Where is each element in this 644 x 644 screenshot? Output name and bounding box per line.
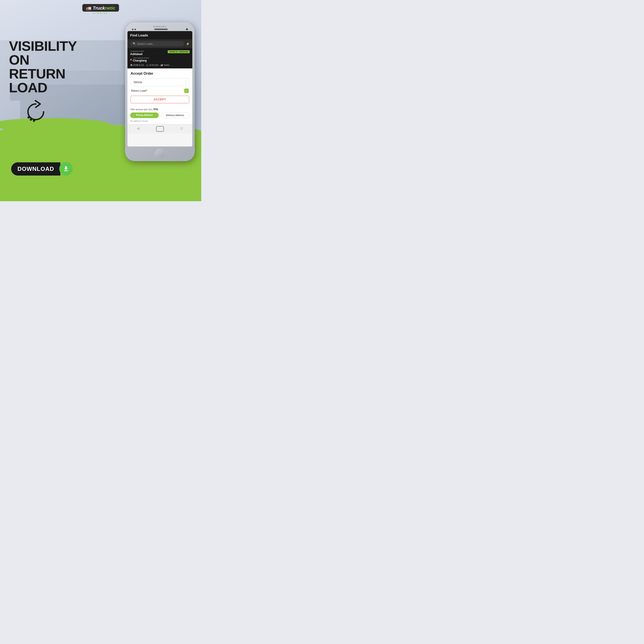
offer-text: Offer amount (per ton): ₹70/- [130,108,190,111]
phone-camera [186,28,188,30]
accept-button[interactable]: ACCEPT [131,96,189,103]
return-load-checkbox[interactable]: ✓ [184,89,189,93]
phone-top-bar [127,28,192,30]
loading-point-label: Loading Point [130,50,144,52]
return-load-icon [22,98,49,125]
phone-bottom-area: Offer amount (per ton): ₹70/- Pickup Add… [127,106,192,124]
vehicle-type-text: Tanker [163,64,169,66]
svg-point-2 [33,120,35,122]
logo-text: Trucknetic [93,6,115,11]
material-item: ⚙️ EDIBLE OIL [130,64,144,66]
phone-screen: Find Loads 🔍 Search Loads... ⚡ Loading P… [127,31,192,146]
unloading-point-section: Unloading Point Changlang [130,57,190,62]
tab-delivery-address[interactable]: Delivery Address [161,112,190,118]
filter-icon[interactable]: ⚡ [186,42,190,46]
app-title: Find Loads [130,33,148,37]
material-icon: ⚙️ [130,64,133,66]
download-button[interactable]: DOWNLOAD [11,162,73,176]
unloading-point-section-inner: Unloading Point Changlang [133,57,149,62]
recent-nav-button[interactable]: □ [178,126,185,131]
phone-outer-shell: SAMSUNG Find Loads 🔍 Search Loads... [125,22,195,161]
vehicle-label: Vehicle [133,81,142,84]
load-card-top: Loading Point Adilabad ORDER ID: ORDER36… [130,50,190,56]
camera-dot-2 [134,29,136,30]
loading-point-section: Loading Point Adilabad [130,50,144,56]
logo-netic-text: netic [105,6,115,11]
unloading-point-value: Changlang [133,59,149,62]
search-input[interactable]: 🔍 Search Loads... [130,41,184,46]
download-button-label[interactable]: DOWNLOAD [11,162,60,176]
phone-cameras [132,29,136,30]
search-icon: 🔍 [133,42,136,45]
vehicle-type-item: 🚛 Tanker [160,64,169,66]
weight-icon: ⚖️ [146,64,148,66]
no-address-text: No address found [130,120,190,122]
logo-subtitle: CARRIER [82,12,119,14]
headline-line2: RETURN LOAD [9,67,100,95]
tab-pickup-address[interactable]: Pickup Address [130,112,159,118]
offer-amount: ₹70/- [153,108,159,111]
svg-point-0 [28,116,30,119]
order-id-badge: ORDER ID: ORDER360 [168,50,190,53]
svg-rect-3 [64,170,68,171]
phone-brand: SAMSUNG [127,25,192,28]
pin-icon [130,59,132,61]
modal-title: Accept Order [131,72,189,76]
phone-nav-bar: ◁ □ [127,124,192,133]
address-tabs: Pickup Address Delivery Address [130,112,190,118]
load-card: Loading Point Adilabad ORDER ID: ORDER36… [127,48,192,68]
weight-item: ⚖️ 40.00 tons [146,64,159,66]
phone-home-button[interactable] [154,148,165,159]
accept-order-modal: Accept Order Vehicle › Return Load? ✓ AC… [127,68,192,106]
svg-point-1 [30,119,32,121]
headline: VISIBILITY ON RETURN LOAD [9,39,100,95]
weight-text: 40.00 tons [149,64,159,66]
search-placeholder: Search Loads... [137,42,155,45]
return-load-row: Return Load? ✓ [131,89,189,93]
return-load-label: Return Load? [131,89,147,92]
vehicle-type-icon: 🚛 [160,64,163,66]
unloading-point-label: Unloading Point [133,57,149,59]
app-header: Find Loads [127,31,192,39]
download-icon[interactable] [59,162,73,176]
search-bar[interactable]: 🔍 Search Loads... ⚡ [127,39,192,48]
material-text: EDIBLE OIL [133,64,144,66]
vehicle-selector[interactable]: Vehicle › [131,78,189,86]
camera-dot-1 [132,29,133,30]
phone-mockup: SAMSUNG Find Loads 🔍 Search Loads... [125,22,195,161]
logo-box: 🚛 Trucknetic [82,4,119,12]
chevron-right-icon: › [185,81,186,84]
load-metadata: ⚙️ EDIBLE OIL ⚖️ 40.00 tons 🚛 Tanker [130,64,190,66]
headline-line1: VISIBILITY ON [9,39,100,67]
back-nav-button[interactable]: ◁ [135,126,142,131]
home-nav-button[interactable] [156,126,164,132]
logo-truck-text: Truck [93,6,105,11]
offer-label: Offer amount (per ton): [130,108,153,111]
accept-button-label: ACCEPT [154,98,166,101]
phone-speaker [154,29,168,30]
loading-point-value: Adilabad [130,52,144,56]
truck-logo-icon: 🚛 [86,5,91,11]
logo-area: 🚛 Trucknetic CARRIER [82,4,119,14]
